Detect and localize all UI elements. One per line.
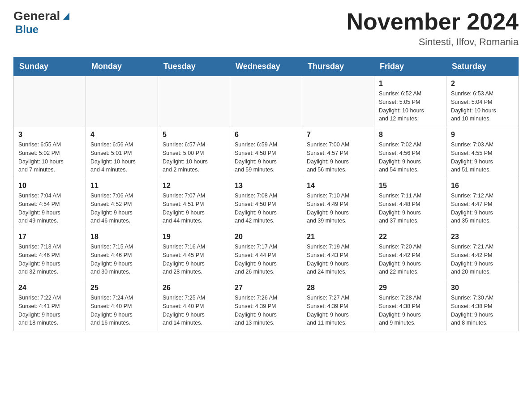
day-number: 30: [451, 284, 514, 292]
day-info: Sunrise: 7:02 AMSunset: 4:56 PMDaylight:…: [379, 141, 442, 174]
weekday-header-saturday: Saturday: [446, 57, 519, 76]
calendar-cell: 18Sunrise: 7:15 AMSunset: 4:46 PMDayligh…: [86, 229, 158, 280]
day-info: Sunrise: 6:59 AMSunset: 4:58 PMDaylight:…: [235, 141, 297, 174]
logo-triangle-icon: [61, 11, 71, 21]
calendar-cell: 28Sunrise: 7:27 AMSunset: 4:39 PMDayligh…: [302, 280, 374, 331]
day-number: 19: [163, 233, 225, 241]
day-number: 28: [307, 284, 369, 292]
weekday-header-sunday: Sunday: [14, 57, 86, 76]
day-number: 4: [90, 131, 153, 139]
calendar-cell: 4Sunrise: 6:56 AMSunset: 5:01 PMDaylight…: [86, 127, 158, 178]
calendar-cell: 20Sunrise: 7:17 AMSunset: 4:44 PMDayligh…: [230, 229, 302, 280]
day-info: Sunrise: 7:24 AMSunset: 4:40 PMDaylight:…: [90, 294, 153, 327]
logo-general-text: General: [13, 9, 60, 23]
day-info: Sunrise: 7:21 AMSunset: 4:42 PMDaylight:…: [451, 243, 514, 276]
calendar-table: SundayMondayTuesdayWednesdayThursdayFrid…: [13, 57, 519, 331]
calendar-cell: 12Sunrise: 7:07 AMSunset: 4:51 PMDayligh…: [158, 178, 230, 229]
day-info: Sunrise: 7:26 AMSunset: 4:39 PMDaylight:…: [235, 294, 297, 327]
day-info: Sunrise: 7:22 AMSunset: 4:41 PMDaylight:…: [18, 294, 81, 327]
day-number: 26: [163, 284, 225, 292]
location-title: Sintesti, Ilfov, Romania: [347, 36, 519, 48]
day-info: Sunrise: 6:55 AMSunset: 5:02 PMDaylight:…: [18, 141, 81, 174]
calendar-cell: [14, 76, 86, 127]
day-number: 17: [18, 233, 81, 241]
day-info: Sunrise: 7:28 AMSunset: 4:38 PMDaylight:…: [379, 294, 442, 327]
day-info: Sunrise: 7:30 AMSunset: 4:38 PMDaylight:…: [451, 294, 514, 327]
day-info: Sunrise: 7:15 AMSunset: 4:46 PMDaylight:…: [90, 243, 153, 276]
day-info: Sunrise: 7:10 AMSunset: 4:49 PMDaylight:…: [307, 192, 369, 225]
logo-blue-text: Blue: [15, 23, 71, 36]
calendar-cell: 13Sunrise: 7:08 AMSunset: 4:50 PMDayligh…: [230, 178, 302, 229]
day-info: Sunrise: 7:16 AMSunset: 4:45 PMDaylight:…: [163, 243, 225, 276]
day-info: Sunrise: 7:08 AMSunset: 4:50 PMDaylight:…: [235, 192, 297, 225]
weekday-header-monday: Monday: [86, 57, 158, 76]
day-info: Sunrise: 7:00 AMSunset: 4:57 PMDaylight:…: [307, 141, 369, 174]
calendar-cell: 27Sunrise: 7:26 AMSunset: 4:39 PMDayligh…: [230, 280, 302, 331]
weekday-header-friday: Friday: [374, 57, 446, 76]
day-info: Sunrise: 7:07 AMSunset: 4:51 PMDaylight:…: [163, 192, 225, 225]
calendar-cell: 15Sunrise: 7:11 AMSunset: 4:48 PMDayligh…: [374, 178, 446, 229]
calendar-week-3: 10Sunrise: 7:04 AMSunset: 4:54 PMDayligh…: [14, 178, 519, 229]
day-info: Sunrise: 7:27 AMSunset: 4:39 PMDaylight:…: [307, 294, 369, 327]
header: General Blue November 2024 Sintesti, Ilf…: [13, 9, 519, 48]
day-number: 6: [235, 131, 297, 139]
day-number: 18: [90, 233, 153, 241]
day-info: Sunrise: 6:53 AMSunset: 5:04 PMDaylight:…: [451, 90, 514, 123]
calendar-cell: [230, 76, 302, 127]
day-number: 23: [451, 233, 514, 241]
day-info: Sunrise: 6:52 AMSunset: 5:05 PMDaylight:…: [379, 90, 442, 123]
svg-marker-0: [63, 13, 69, 20]
calendar-cell: [302, 76, 374, 127]
day-number: 13: [235, 182, 297, 190]
day-number: 29: [379, 284, 442, 292]
day-number: 12: [163, 182, 225, 190]
weekday-header-row: SundayMondayTuesdayWednesdayThursdayFrid…: [14, 57, 519, 76]
day-info: Sunrise: 7:19 AMSunset: 4:43 PMDaylight:…: [307, 243, 369, 276]
calendar-week-5: 24Sunrise: 7:22 AMSunset: 4:41 PMDayligh…: [14, 280, 519, 331]
calendar-cell: 6Sunrise: 6:59 AMSunset: 4:58 PMDaylight…: [230, 127, 302, 178]
day-number: 8: [379, 131, 442, 139]
day-info: Sunrise: 7:03 AMSunset: 4:55 PMDaylight:…: [451, 141, 514, 174]
day-number: 5: [163, 131, 225, 139]
calendar-cell: 23Sunrise: 7:21 AMSunset: 4:42 PMDayligh…: [446, 229, 519, 280]
calendar-cell: 26Sunrise: 7:25 AMSunset: 4:40 PMDayligh…: [158, 280, 230, 331]
day-number: 10: [18, 182, 81, 190]
month-title: November 2024: [347, 9, 519, 34]
day-number: 27: [235, 284, 297, 292]
weekday-header-tuesday: Tuesday: [158, 57, 230, 76]
calendar-week-1: 1Sunrise: 6:52 AMSunset: 5:05 PMDaylight…: [14, 76, 519, 127]
calendar-cell: 9Sunrise: 7:03 AMSunset: 4:55 PMDaylight…: [446, 127, 519, 178]
day-info: Sunrise: 6:56 AMSunset: 5:01 PMDaylight:…: [90, 141, 153, 174]
day-number: 3: [18, 131, 81, 139]
day-number: 9: [451, 131, 514, 139]
title-area: November 2024 Sintesti, Ilfov, Romania: [347, 9, 519, 48]
day-info: Sunrise: 7:12 AMSunset: 4:47 PMDaylight:…: [451, 192, 514, 225]
day-number: 15: [379, 182, 442, 190]
calendar-cell: 24Sunrise: 7:22 AMSunset: 4:41 PMDayligh…: [14, 280, 86, 331]
day-info: Sunrise: 7:11 AMSunset: 4:48 PMDaylight:…: [379, 192, 442, 225]
calendar-week-2: 3Sunrise: 6:55 AMSunset: 5:02 PMDaylight…: [14, 127, 519, 178]
calendar-cell: 22Sunrise: 7:20 AMSunset: 4:42 PMDayligh…: [374, 229, 446, 280]
day-info: Sunrise: 7:13 AMSunset: 4:46 PMDaylight:…: [18, 243, 81, 276]
day-info: Sunrise: 6:57 AMSunset: 5:00 PMDaylight:…: [163, 141, 225, 174]
weekday-header-thursday: Thursday: [302, 57, 374, 76]
calendar-cell: 3Sunrise: 6:55 AMSunset: 5:02 PMDaylight…: [14, 127, 86, 178]
calendar-cell: 25Sunrise: 7:24 AMSunset: 4:40 PMDayligh…: [86, 280, 158, 331]
day-number: 11: [90, 182, 153, 190]
calendar-cell: [158, 76, 230, 127]
calendar-cell: 5Sunrise: 6:57 AMSunset: 5:00 PMDaylight…: [158, 127, 230, 178]
day-number: 24: [18, 284, 81, 292]
day-info: Sunrise: 7:25 AMSunset: 4:40 PMDaylight:…: [163, 294, 225, 327]
day-number: 16: [451, 182, 514, 190]
calendar-cell: 14Sunrise: 7:10 AMSunset: 4:49 PMDayligh…: [302, 178, 374, 229]
day-number: 21: [307, 233, 369, 241]
day-info: Sunrise: 7:17 AMSunset: 4:44 PMDaylight:…: [235, 243, 297, 276]
calendar-cell: 1Sunrise: 6:52 AMSunset: 5:05 PMDaylight…: [374, 76, 446, 127]
calendar-cell: 17Sunrise: 7:13 AMSunset: 4:46 PMDayligh…: [14, 229, 86, 280]
day-info: Sunrise: 7:06 AMSunset: 4:52 PMDaylight:…: [90, 192, 153, 225]
day-number: 14: [307, 182, 369, 190]
day-info: Sunrise: 7:04 AMSunset: 4:54 PMDaylight:…: [18, 192, 81, 225]
calendar-cell: 19Sunrise: 7:16 AMSunset: 4:45 PMDayligh…: [158, 229, 230, 280]
day-number: 2: [451, 80, 514, 88]
calendar-cell: 30Sunrise: 7:30 AMSunset: 4:38 PMDayligh…: [446, 280, 519, 331]
